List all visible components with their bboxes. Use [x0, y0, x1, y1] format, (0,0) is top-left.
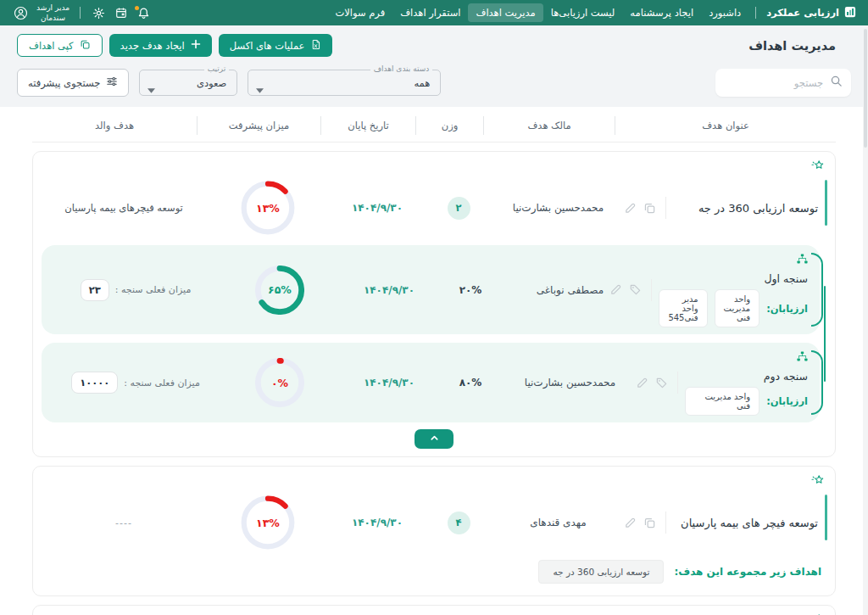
goal-parent: توسعه فیچرهای بیمه پارسیان — [42, 202, 206, 214]
measure-owner: محمدحسین بشارت‌نیا — [504, 377, 636, 389]
nav-divider — [755, 7, 756, 19]
column-header-end-date: تاریخ پایان — [320, 116, 415, 135]
chevron-up-icon — [430, 433, 439, 445]
goal-card: توسعه نرم افزار محمدحسین بشارت‌نیا ۱ ۱۴۰… — [32, 605, 836, 615]
duplicate-icon[interactable] — [643, 202, 656, 215]
duplicate-icon[interactable] — [643, 517, 656, 529]
subgoals-row: اهداف زیر مجموعه این هدف: توسعه ارزیابی … — [42, 558, 826, 590]
order-select[interactable]: ترتیب صعودی — [139, 70, 237, 96]
hierarchy-icon — [797, 252, 808, 268]
brand-label: ارزیابی عملکرد — [766, 7, 839, 19]
user-avatar-icon[interactable] — [8, 4, 33, 22]
create-goal-label: ایجاد هدف جدید — [120, 40, 185, 52]
settings-gear-icon[interactable] — [87, 5, 110, 21]
brand[interactable]: ارزیابی عملکرد — [763, 6, 860, 20]
nav-menu: ارزیابی عملکرد داشبورد ایجاد پرسشنامه لی… — [327, 3, 860, 22]
evaluator-badge: واحد مدیریت فنی — [715, 289, 760, 327]
copy-goals-label: کپی اهداف — [29, 40, 74, 52]
goal-owner: محمدحسین بشارت‌نیا — [492, 202, 624, 214]
advanced-search-button[interactable]: جستجوی پیشرفته — [17, 69, 129, 97]
progress-donut: ۶۵% — [255, 266, 304, 315]
goal-owner: مهدی قندهای — [492, 517, 624, 528]
column-header-owner: مالک هدف — [483, 116, 615, 135]
subgoal-badge[interactable]: توسعه ارزیابی 360 در جه — [538, 560, 664, 584]
tag-icon[interactable] — [655, 377, 668, 389]
filters-row: دسته بندی اهداف همه ترتیب صعودی جستجوی پ… — [17, 69, 851, 97]
nav-item-questions-form[interactable]: فرم سوالات — [327, 3, 392, 22]
measure-end-date: ۱۴۰۴/۹/۳۰ — [342, 377, 437, 389]
page-title: مدیریت اهداف — [748, 39, 836, 53]
category-select-value: همه — [414, 77, 430, 89]
order-select-label: ترتیب — [204, 64, 230, 73]
evaluator-badge: مدیر واحد فنی545 — [659, 289, 707, 327]
category-select[interactable]: دسته بندی اهداف همه — [248, 70, 441, 96]
measure-title: سنجه دوم — [764, 370, 808, 383]
column-header-progress: میزان پیشرفت — [197, 116, 320, 135]
measure-title: سنجه اول — [764, 272, 808, 285]
copy-icon — [80, 39, 91, 53]
notification-dot — [135, 6, 139, 10]
current-measure-value: ۱۰۰۰۰ — [71, 372, 118, 394]
star-icon[interactable] — [810, 159, 825, 172]
edit-pencil-icon[interactable] — [624, 202, 637, 215]
search-icon — [830, 75, 843, 91]
calendar-icon[interactable] — [110, 5, 132, 20]
chevron-down-icon — [147, 81, 155, 97]
nav-item-goal-deployment[interactable]: استقرار اهداف — [392, 3, 468, 22]
notifications-bell-icon[interactable] — [132, 5, 155, 21]
top-navbar: ارزیابی عملکرد داشبورد ایجاد پرسشنامه لی… — [0, 0, 868, 25]
progress-donut: ۱۳% — [241, 495, 295, 550]
column-header-title: عنوان هدف — [615, 116, 836, 135]
user-name-line2: سندمان — [41, 13, 65, 23]
goal-title: توسعه ارزیابی 360 در جه — [698, 202, 818, 215]
hierarchy-icon — [797, 349, 808, 366]
evaluator-badge: واحد مدیریت فنی — [685, 387, 760, 416]
column-header-weight: وزن — [415, 116, 483, 135]
plus-icon — [191, 39, 201, 52]
excel-operations-label: عملیات های اکسل — [230, 40, 305, 52]
nav-item-dashboard[interactable]: داشبورد — [701, 3, 748, 22]
header-buttons: عملیات های اکسل ایجاد هدف جدید کپی اهداف — [17, 34, 332, 57]
current-measure-label: میزان فعلی سنجه : — [124, 377, 200, 389]
goal-end-date: ۱۴۰۴/۹/۳۰ — [330, 202, 425, 214]
excel-operations-button[interactable]: عملیات های اکسل — [219, 34, 333, 57]
goal-row: توسعه فیچر های بیمه پارسیان مهدی قندهای … — [42, 487, 826, 558]
chevron-down-icon — [256, 81, 264, 97]
progress-label: ۱۳% — [241, 181, 295, 235]
nav-divider — [80, 7, 81, 19]
category-select-label: دسته بندی اهداف — [370, 64, 433, 73]
goal-end-date: ۱۴۰۴/۹/۳۰ — [330, 517, 425, 528]
nav-item-evaluations-list[interactable]: لیست ارزیابی‌ها — [543, 3, 623, 22]
progress-label: ۶۵% — [255, 266, 304, 315]
current-measure-value: ۲۳ — [81, 279, 109, 301]
evaluators-label: ارزیابان: — [766, 303, 808, 315]
brand-logo-icon — [844, 6, 856, 20]
goal-title: توسعه فیچر های بیمه پارسیان — [681, 517, 818, 529]
nav-item-create-questionnaire[interactable]: ایجاد پرسشنامه — [622, 3, 701, 22]
page-scrollbar[interactable] — [863, 25, 868, 615]
measure-owner: مصطفی نوباغی — [504, 284, 636, 296]
edit-pencil-icon[interactable] — [624, 517, 637, 529]
advanced-search-label: جستجوی پیشرفته — [28, 77, 100, 89]
collapse-button[interactable] — [415, 429, 453, 449]
goal-row: توسعه ارزیابی 360 در جه محمدحسین بشارت‌ن… — [42, 172, 826, 243]
table-header-row: عنوان هدف مالک هدف وزن تاریخ پایان میزان… — [32, 109, 836, 143]
column-header-parent: هدف والد — [32, 116, 197, 135]
search-input[interactable] — [724, 77, 823, 89]
edit-pencil-icon[interactable] — [636, 377, 648, 389]
star-icon[interactable] — [810, 473, 825, 487]
create-goal-button[interactable]: ایجاد هدف جدید — [109, 34, 212, 57]
goal-weight: ۴ — [448, 512, 470, 534]
progress-donut: ۰% — [255, 358, 304, 407]
nav-item-goal-management[interactable]: مدیریت اهداف — [468, 3, 542, 22]
measure-row: سنجه اول ارزیابان: واحد مدیریت فنی مدیر … — [42, 245, 820, 334]
evaluators-label: ارزیابان: — [766, 395, 808, 407]
sliders-icon — [106, 75, 118, 90]
progress-label: ۱۳% — [241, 495, 295, 550]
measure-weight: ۸۰% — [459, 377, 482, 389]
current-measure-label: میزان فعلی سنجه : — [115, 284, 192, 295]
measure-row: سنجه دوم ارزیابان: واحد مدیریت فنی محمدح… — [42, 343, 820, 422]
scrollbar-thumb[interactable] — [864, 29, 867, 148]
goal-card: توسعه ارزیابی 360 در جه محمدحسین بشارت‌ن… — [32, 151, 836, 457]
copy-goals-button[interactable]: کپی اهداف — [17, 34, 103, 57]
